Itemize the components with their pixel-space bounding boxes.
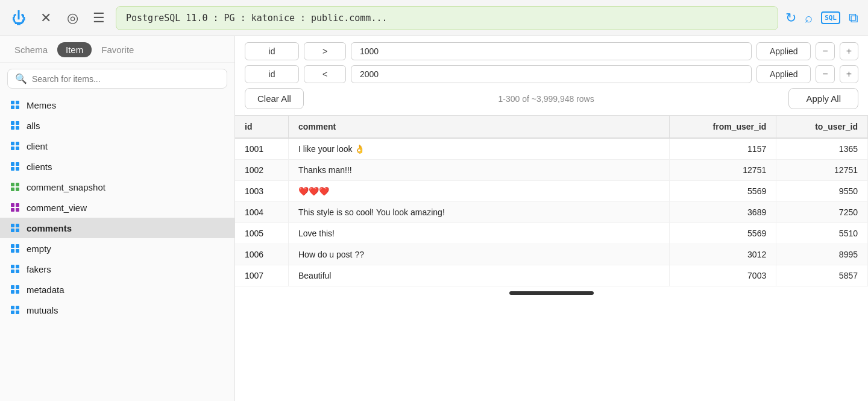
sidebar-list: Memes alls client clients comment_snapsh… xyxy=(0,95,234,401)
table-row[interactable]: 1005Love this!55695510 xyxy=(235,223,868,244)
sidebar-item-Memes[interactable]: Memes xyxy=(0,95,234,115)
filter-add-2[interactable]: + xyxy=(840,65,858,83)
table-row[interactable]: 1007Beautiful70035857 xyxy=(235,265,868,286)
address-bar[interactable]: PostgreSQL 11.0 : PG : katonice : public… xyxy=(116,6,778,30)
search-input[interactable] xyxy=(32,74,219,84)
cell-from-user-id: 5569 xyxy=(670,223,776,244)
search-icon[interactable]: ⌕ xyxy=(805,10,813,26)
sidebar-item-label: client xyxy=(27,141,48,151)
sidebar-item-label: alls xyxy=(27,121,40,131)
cell-id: 1006 xyxy=(235,244,289,265)
svg-rect-28 xyxy=(11,244,14,248)
svg-rect-17 xyxy=(16,183,19,186)
svg-rect-27 xyxy=(16,229,19,232)
sidebar-item-comment-snapshot[interactable]: comment_snapshot xyxy=(0,177,234,197)
table-row[interactable]: 1006How do u post ??30128995 xyxy=(235,244,868,265)
filter-op-1[interactable]: > xyxy=(304,42,346,60)
close-icon[interactable]: ✕ xyxy=(36,8,55,28)
svg-rect-1 xyxy=(16,101,19,104)
cell-id: 1004 xyxy=(235,202,289,223)
svg-rect-38 xyxy=(11,290,14,294)
scroll-indicator[interactable] xyxy=(509,291,594,295)
filter-remove-1[interactable]: − xyxy=(816,42,834,60)
power-icon[interactable]: ⏻ xyxy=(10,8,29,28)
svg-rect-16 xyxy=(11,183,14,186)
clear-all-button[interactable]: Clear All xyxy=(245,88,304,109)
col-header-comment[interactable]: comment xyxy=(289,116,670,138)
cell-comment: Love this! xyxy=(289,223,670,244)
cell-comment: This style is so cool! You look amazing! xyxy=(289,202,670,223)
cell-comment: ❤️❤️❤️ xyxy=(289,181,670,202)
sidebar-item-label: comment_snapshot xyxy=(27,182,105,192)
table-row[interactable]: 1002Thanks man!!!1275112751 xyxy=(235,160,868,181)
col-header-from-user-id[interactable]: from_user_id xyxy=(670,116,776,138)
reload-icon[interactable]: ↻ xyxy=(785,10,796,26)
sidebar-tabs: Schema Item Favorite xyxy=(0,36,234,63)
tab-item[interactable]: Item xyxy=(57,42,92,57)
filter-area: id > 1000 Applied − + id < 2000 Applied … xyxy=(235,36,868,116)
data-table: id comment from_user_id to_user_id 1001I… xyxy=(235,116,868,286)
toolbar: ⏻ ✕ ◎ ☰ PostgreSQL 11.0 : PG : katonice … xyxy=(0,0,868,36)
apply-all-button[interactable]: Apply All xyxy=(788,88,858,109)
table-icon-blue xyxy=(10,264,20,274)
search-bar: 🔍 xyxy=(7,69,227,89)
filter-field-2[interactable]: id xyxy=(245,65,299,83)
filter-status-2: Applied xyxy=(756,65,811,83)
filter-op-2[interactable]: < xyxy=(304,65,346,83)
sidebar-item-comment-view[interactable]: comment_view xyxy=(0,197,234,218)
sidebar-item-client[interactable]: client xyxy=(0,136,234,156)
cell-from-user-id: 5569 xyxy=(670,181,776,202)
svg-rect-20 xyxy=(11,203,14,207)
svg-rect-23 xyxy=(16,208,19,212)
window-icon[interactable]: ⧉ xyxy=(849,10,858,26)
cell-from-user-id: 1157 xyxy=(670,138,776,160)
toolbar-right-actions: ↻ ⌕ SQL ⧉ xyxy=(785,10,858,26)
sidebar-item-label: comments xyxy=(27,223,72,233)
svg-rect-14 xyxy=(11,167,14,171)
eye-icon[interactable]: ◎ xyxy=(63,8,82,28)
svg-rect-21 xyxy=(16,203,19,207)
sidebar-item-label: Memes xyxy=(27,100,56,110)
svg-rect-39 xyxy=(16,290,19,294)
filter-row-1: id > 1000 Applied − + xyxy=(245,42,858,60)
cell-to-user-id: 5857 xyxy=(776,265,868,286)
sidebar-item-empty[interactable]: empty xyxy=(0,238,234,259)
cell-id: 1003 xyxy=(235,181,289,202)
sidebar-item-metadata[interactable]: metadata xyxy=(0,279,234,300)
svg-rect-11 xyxy=(16,147,19,150)
cell-to-user-id: 8995 xyxy=(776,244,868,265)
sidebar-item-fakers[interactable]: fakers xyxy=(0,259,234,279)
svg-rect-31 xyxy=(16,249,19,253)
cell-from-user-id: 3689 xyxy=(670,202,776,223)
table-row[interactable]: 1001I like your look 👌11571365 xyxy=(235,138,868,160)
menu-icon[interactable]: ☰ xyxy=(89,8,108,28)
col-header-to-user-id[interactable]: to_user_id xyxy=(776,116,868,138)
svg-rect-35 xyxy=(16,270,19,273)
filter-add-1[interactable]: + xyxy=(840,42,858,60)
tab-schema[interactable]: Schema xyxy=(10,42,52,57)
svg-rect-30 xyxy=(11,249,14,253)
filter-value-2[interactable]: 2000 xyxy=(351,65,752,83)
filter-remove-2[interactable]: − xyxy=(816,65,834,83)
sidebar-item-clients[interactable]: clients xyxy=(0,156,234,177)
filter-row-2: id < 2000 Applied − + xyxy=(245,65,858,83)
sidebar-item-comments[interactable]: comments xyxy=(0,218,234,238)
filter-field-1[interactable]: id xyxy=(245,42,299,60)
sql-icon[interactable]: SQL xyxy=(821,11,840,24)
cell-to-user-id: 5510 xyxy=(776,223,868,244)
table-row[interactable]: 1004This style is so cool! You look amaz… xyxy=(235,202,868,223)
tab-favorite[interactable]: Favorite xyxy=(96,42,139,57)
table-icon-blue xyxy=(10,120,20,131)
svg-rect-10 xyxy=(11,147,14,150)
table-header-row: id comment from_user_id to_user_id xyxy=(235,116,868,138)
sidebar-item-alls[interactable]: alls xyxy=(0,115,234,136)
svg-rect-26 xyxy=(11,229,14,232)
filter-controls: Clear All 1-300 of ~3,999,948 rows Apply… xyxy=(245,88,858,109)
filter-value-1[interactable]: 1000 xyxy=(351,42,752,60)
svg-rect-3 xyxy=(16,106,19,109)
table-icon-blue xyxy=(10,243,20,254)
cell-comment: I like your look 👌 xyxy=(289,138,670,160)
sidebar-item-mutuals[interactable]: mutuals xyxy=(0,300,234,320)
table-row[interactable]: 1003❤️❤️❤️55699550 xyxy=(235,181,868,202)
col-header-id[interactable]: id xyxy=(235,116,289,138)
